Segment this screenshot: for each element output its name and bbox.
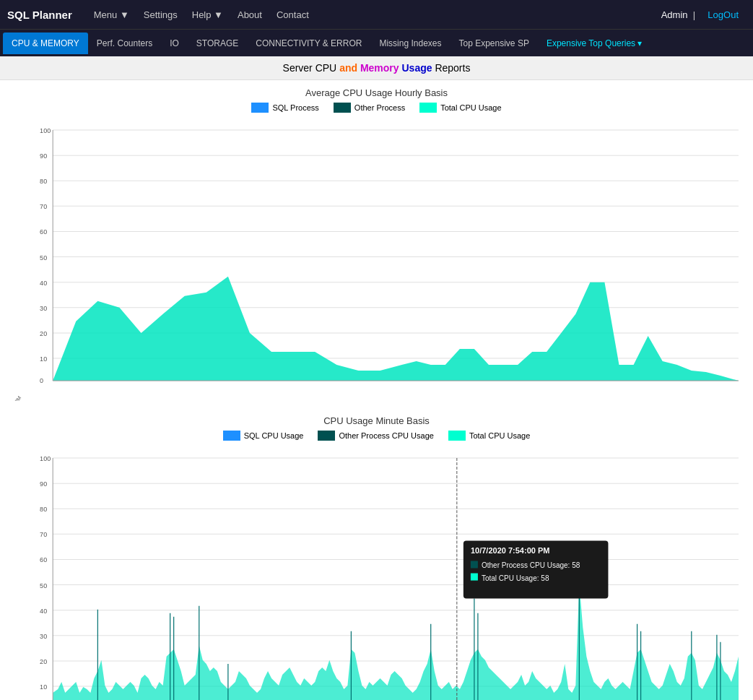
page-title: Server CPU and Memory Usage Reports (283, 62, 471, 74)
legend-sql-process: SQL Process (251, 103, 318, 113)
subnav-connectivity[interactable]: CONNECTIVITY & ERROR (247, 33, 370, 54)
chart2-legend-total-color (448, 431, 466, 441)
subnav-perf-counters[interactable]: Perf. Counters (88, 33, 161, 54)
chart1-section: Average CPU Usage Hourly Basis SQL Proce… (0, 80, 753, 408)
svg-rect-128 (471, 574, 478, 581)
nav-help[interactable]: Help ▼ (192, 9, 223, 20)
chart1-title: Average CPU Usage Hourly Basis (11, 87, 742, 98)
legend-total-cpu-color (419, 103, 437, 113)
subnav-cpu-memory[interactable]: CPU & MEMORY (3, 33, 88, 54)
subnav-storage[interactable]: STORAGE (188, 33, 247, 54)
chart2-legend-total: Total CPU Usage (448, 431, 530, 441)
legend-other-process-color (334, 103, 351, 113)
logout-link[interactable]: LogOut (708, 9, 739, 20)
chart2-legend-other-label: Other Process CPU Usage (339, 431, 433, 440)
brand-logo: SQL Planner (7, 9, 72, 21)
chart2-title: CPU Usage Minute Basis (11, 415, 742, 426)
chart1-svg: 100 90 80 70 60 50 40 30 20 10 0 (11, 118, 742, 401)
legend-sql-process-label: SQL Process (272, 103, 318, 112)
legend-other-process-label: Other Process (354, 103, 405, 112)
svg-text:100: 100 (40, 455, 51, 462)
svg-text:60: 60 (40, 557, 47, 564)
chart1-wrapper: 100 90 80 70 60 50 40 30 20 10 0 (11, 118, 742, 401)
subnav-expensive-top-queries[interactable]: Expensive Top Queries ▾ (538, 33, 651, 54)
chart2-legend: SQL CPU Usage Other Process CPU Usage To… (11, 431, 742, 441)
svg-text:50: 50 (40, 254, 47, 262)
nav-settings[interactable]: Settings (144, 9, 178, 20)
svg-marker-69 (53, 584, 739, 700)
chart2-section: CPU Usage Minute Basis SQL CPU Usage Oth… (0, 408, 753, 700)
subnav-missing-indexes[interactable]: Missing Indexes (370, 33, 450, 54)
svg-text:90: 90 (40, 152, 47, 160)
user-area: Admin | LogOut (661, 9, 746, 20)
svg-rect-126 (471, 561, 478, 569)
svg-text:70: 70 (40, 532, 47, 539)
svg-text:Other Process CPU Usage: 58: Other Process CPU Usage: 58 (482, 562, 580, 570)
svg-text:10/4/2020 12:00:37 PM: 10/4/2020 12:00:37 PM (11, 395, 22, 401)
chart2-legend-sql: SQL CPU Usage (223, 431, 304, 441)
svg-text:40: 40 (40, 608, 47, 615)
legend-other-process: Other Process (334, 103, 405, 113)
svg-text:30: 30 (40, 305, 47, 312)
svg-text:80: 80 (40, 506, 47, 513)
svg-marker-22 (53, 277, 739, 381)
chart2-svg: 100 90 80 70 60 50 40 30 20 10 0 (11, 446, 742, 700)
chart1-legend: SQL Process Other Process Total CPU Usag… (11, 103, 742, 113)
username: Admin (661, 9, 688, 20)
svg-text:40: 40 (40, 280, 47, 287)
chart2-legend-other-color (318, 431, 335, 441)
chart2-wrapper: 100 90 80 70 60 50 40 30 20 10 0 (11, 446, 742, 700)
svg-text:50: 50 (40, 582, 47, 589)
svg-text:10: 10 (40, 683, 47, 691)
chart2-legend-sql-color (223, 431, 240, 441)
subnav-top-expensive-sp[interactable]: Top Expensive SP (451, 33, 538, 54)
svg-text:30: 30 (40, 633, 47, 640)
nav-about[interactable]: About (238, 9, 262, 20)
chart2-legend-other: Other Process CPU Usage (318, 431, 433, 441)
legend-total-cpu: Total CPU Usage (419, 103, 501, 113)
svg-text:20: 20 (40, 330, 47, 337)
legend-sql-process-color (251, 103, 269, 113)
svg-text:20: 20 (40, 658, 47, 665)
legend-total-cpu-label: Total CPU Usage (440, 103, 501, 112)
svg-text:10/7/2020 7:54:00 PM: 10/7/2020 7:54:00 PM (471, 547, 550, 556)
subnav-io[interactable]: IO (161, 33, 188, 54)
sub-navigation: CPU & MEMORY Perf. Counters IO STORAGE C… (0, 29, 753, 56)
nav-contact[interactable]: Contact (277, 9, 309, 20)
svg-text:90: 90 (40, 480, 47, 488)
svg-text:100: 100 (40, 127, 51, 134)
chart2-legend-total-label: Total CPU Usage (469, 431, 530, 440)
svg-text:0: 0 (40, 377, 43, 384)
page-title-bar: Server CPU and Memory Usage Reports (0, 56, 753, 80)
nav-menu[interactable]: Menu ▼ (94, 9, 129, 20)
svg-text:70: 70 (40, 203, 47, 210)
chart2-legend-sql-label: SQL CPU Usage (244, 431, 304, 440)
svg-text:60: 60 (40, 228, 47, 236)
svg-text:10: 10 (40, 355, 47, 363)
svg-text:80: 80 (40, 178, 47, 185)
svg-text:Total CPU Usage: 58: Total CPU Usage: 58 (482, 574, 549, 582)
top-navigation: SQL Planner Menu ▼ Settings Help ▼ About… (0, 0, 753, 29)
